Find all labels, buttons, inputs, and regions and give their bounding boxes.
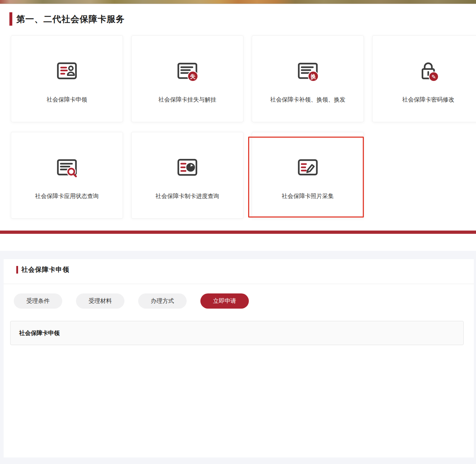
card-label: 社会保障卡应用状态查询 (35, 193, 99, 200)
section-title: 第一、二代社会保障卡服务 (16, 13, 125, 25)
card-clock-icon (176, 156, 199, 179)
detail-panel: 社会保障卡申领 受理条件 受理材料 办理方式 立即申请 社会保障卡申领 (4, 259, 474, 457)
pencil-glyph: ✎ (432, 74, 436, 80)
card-ssc-loss-report[interactable]: 失 社会保障卡挂失与解挂 (131, 35, 243, 122)
lock-edit-icon: ✎ (417, 59, 440, 82)
card-ssc-status-query[interactable]: 社会保障卡应用状态查询 (11, 132, 123, 219)
card-ssc-progress-query[interactable]: 社会保障卡制卡进度查询 (131, 132, 243, 219)
content-box-title: 社会保障卡申领 (10, 321, 463, 345)
content-box: 社会保障卡申领 (10, 321, 464, 345)
services-section-header: 第一、二代社会保障卡服务 (9, 12, 125, 26)
badge-character: 失 (190, 73, 196, 79)
card-label: 社会保障卡申领 (47, 96, 87, 104)
card-lines-replace-icon: 换 (296, 59, 319, 82)
panel-accent-bar (16, 266, 18, 274)
card-lines-loss-icon: 失 (176, 59, 199, 82)
service-cards-grid: 社会保障卡申领 失 社会保障卡挂失与解挂 (11, 35, 476, 219)
card-ssc-apply[interactable]: 社会保障卡申领 (11, 35, 123, 122)
card-ssc-photo-collection[interactable]: 社会保障卡照片采集 (252, 132, 364, 219)
badge-character: 换 (310, 73, 316, 80)
card-label: 社会保障卡密码修改 (402, 96, 454, 104)
detail-section-background: 社会保障卡申领 受理条件 受理材料 办理方式 立即申请 社会保障卡申领 (0, 251, 476, 464)
card-label: 社会保障卡挂失与解挂 (158, 96, 216, 104)
card-label: 社会保障卡照片采集 (282, 193, 334, 200)
card-label: 社会保障卡制卡进度查询 (156, 193, 219, 200)
detail-panel-header: 社会保障卡申领 (16, 265, 69, 274)
card-ssc-password-change[interactable]: ✎ 社会保障卡密码修改 (372, 35, 476, 122)
card-pencil-icon (296, 156, 319, 179)
tab-apply-now[interactable]: 立即申请 (200, 293, 249, 309)
tab-acceptance-conditions[interactable]: 受理条件 (14, 293, 62, 309)
panel-header-divider (4, 284, 474, 284)
section-divider (0, 231, 476, 234)
top-banner-image (0, 0, 476, 4)
section-accent-bar (9, 12, 12, 26)
tab-handling-method[interactable]: 办理方式 (138, 293, 187, 309)
id-card-person-icon (55, 59, 78, 82)
card-ssc-replace[interactable]: 换 社会保障卡补领、换领、换发 (252, 35, 364, 122)
card-search-icon (55, 156, 78, 179)
tab-required-materials[interactable]: 受理材料 (76, 293, 124, 309)
detail-tabs: 受理条件 受理材料 办理方式 立即申请 (14, 293, 249, 309)
card-label: 社会保障卡补领、换领、换发 (270, 96, 345, 104)
panel-title: 社会保障卡申领 (21, 265, 69, 274)
